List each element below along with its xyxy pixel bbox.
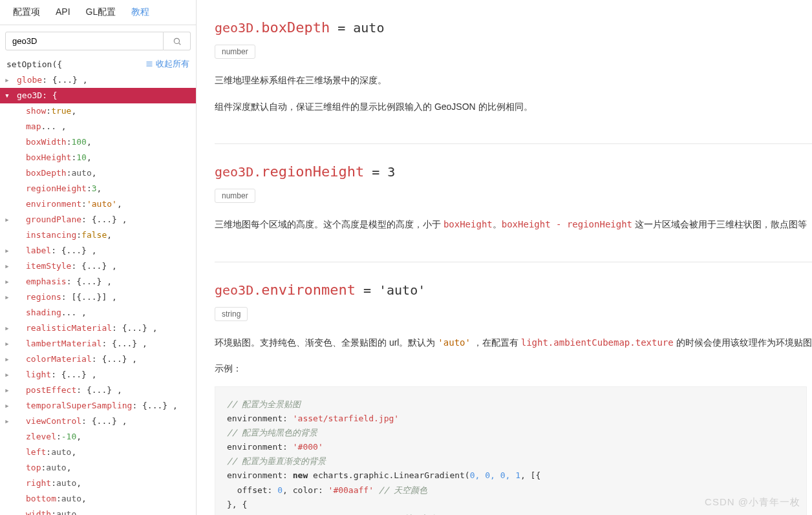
- chevron-icon: ▸: [3, 398, 12, 414]
- type-badge: number: [215, 45, 255, 59]
- tree-item-right[interactable]: right: auto ,: [0, 476, 196, 491]
- tree-item-light[interactable]: ▸light: {...} ,: [0, 367, 196, 383]
- tab-options[interactable]: 配置项: [5, 0, 48, 25]
- path-link[interactable]: geo3D.: [215, 282, 261, 298]
- path-link[interactable]: geo3D.: [215, 20, 261, 36]
- tree-item-viewControl[interactable]: ▸viewControl: {...} ,: [0, 414, 196, 429]
- tree-item-bottom[interactable]: bottom: auto ,: [0, 491, 196, 507]
- svg-point-0: [174, 38, 179, 43]
- chevron-icon: ▸: [3, 243, 12, 258]
- code-span: boxHeight: [443, 219, 493, 229]
- chevron-icon: ▸: [3, 367, 12, 383]
- path-link[interactable]: geo3D.: [215, 164, 261, 180]
- chevron-icon: ▸: [3, 414, 12, 429]
- tree-item-postEffect[interactable]: ▸postEffect: {...} ,: [0, 383, 196, 398]
- option-tree[interactable]: ▸globe: {...} ,▾geo3D: {show: true ,map …: [0, 72, 196, 515]
- tree-item-lambertMaterial[interactable]: ▸lambertMaterial: {...} ,: [0, 336, 196, 352]
- tab-tutorial[interactable]: 教程: [123, 0, 157, 25]
- equals: =: [363, 282, 371, 298]
- tree-item-groundPlane[interactable]: ▸groundPlane: {...} ,: [0, 212, 196, 227]
- chevron-icon: ▸: [3, 352, 12, 367]
- example-label: 示例：: [215, 360, 812, 377]
- tab-api[interactable]: API: [48, 0, 78, 25]
- prop-name: regionHeight: [261, 163, 364, 180]
- code-span: 'auto': [438, 337, 471, 348]
- tree-item-width[interactable]: width: auto ,: [0, 507, 196, 515]
- collapse-all-button[interactable]: 收起所有: [145, 58, 189, 70]
- equals: =: [337, 20, 345, 36]
- prop-name: environment: [261, 282, 356, 298]
- t: 环境贴图。支持纯色、渐变色、全景贴图的 url。默认为: [215, 337, 438, 348]
- setoption-label: setOption({: [6, 59, 62, 69]
- tree-item-boxDepth[interactable]: boxDepth: auto ,: [0, 165, 196, 181]
- chevron-icon: ▸: [3, 336, 12, 352]
- code-span: boxHeight - regionHeight: [502, 219, 632, 229]
- search-input[interactable]: [5, 32, 164, 50]
- equals: =: [372, 164, 379, 180]
- type-badge: number: [215, 189, 255, 203]
- search-button[interactable]: [164, 32, 191, 50]
- t: 这一片区域会被用于三维柱状图，散点图等: [632, 219, 807, 229]
- tree-item-realisticMaterial[interactable]: ▸realisticMaterial: {...} ,: [0, 321, 196, 336]
- chevron-icon: ▸: [3, 212, 12, 227]
- tab-bar: 配置项 API GL配置 教程: [0, 0, 196, 25]
- sidebar: 配置项 API GL配置 教程 setOption({ 收起所有 ▸globe:…: [0, 0, 197, 515]
- tree-item-regions[interactable]: ▸regions: [{...}] ,: [0, 289, 196, 305]
- tree-item-regionHeight[interactable]: regionHeight: 3 ,: [0, 181, 196, 196]
- type-badge: string: [215, 307, 248, 321]
- tree-item-boxWidth[interactable]: boxWidth: 100 ,: [0, 134, 196, 150]
- t: 。: [493, 219, 502, 229]
- chevron-icon: ▸: [3, 72, 12, 88]
- chevron-icon: ▸: [3, 274, 12, 289]
- chevron-icon: ▸: [3, 383, 12, 398]
- sig-environment: geo3D.environment='auto': [215, 282, 812, 298]
- section-boxdepth: geo3D.boxDepth=auto number 三维地理坐标系组件在三维场…: [215, 0, 812, 143]
- tree-item-shading[interactable]: shading ... ,: [0, 305, 196, 321]
- t: ，在配置有: [471, 337, 521, 348]
- section-regionheight: geo3D.regionHeight=3 number 三维地图每个区域的高度。…: [215, 143, 812, 262]
- tree-item-itemStyle[interactable]: ▸itemStyle: {...} ,: [0, 258, 196, 274]
- svg-line-1: [178, 43, 180, 45]
- tree-item-boxHeight[interactable]: boxHeight: 10 ,: [0, 150, 196, 165]
- prop-name: boxDepth: [261, 19, 330, 36]
- tree-item-label[interactable]: ▸label: {...} ,: [0, 243, 196, 258]
- default-value: 3: [387, 164, 395, 180]
- sidebar-header: setOption({ 收起所有: [0, 54, 196, 72]
- chevron-icon: ▸: [3, 321, 12, 336]
- chevron-icon: ▾: [3, 88, 12, 103]
- tab-gl[interactable]: GL配置: [78, 0, 124, 25]
- search-icon: [173, 37, 182, 46]
- default-value: auto: [353, 20, 384, 36]
- app-root: 配置项 API GL配置 教程 setOption({ 收起所有 ▸globe:…: [0, 0, 812, 515]
- search-row: [5, 32, 191, 50]
- chevron-icon: ▸: [3, 258, 12, 274]
- t: 三维地图每个区域的高度。这个高度是模型的高度，小于: [215, 219, 443, 229]
- t: 的时候会使用该纹理作为环境贴图: [674, 337, 812, 348]
- tree-item-temporalSuperSampling[interactable]: ▸temporalSuperSampling: {...} ,: [0, 398, 196, 414]
- code-block: // 配置为全景贴图 environment: 'asset/starfield…: [215, 386, 807, 515]
- tree-item-show[interactable]: show: true ,: [0, 103, 196, 119]
- sig-regionheight: geo3D.regionHeight=3: [215, 163, 812, 180]
- tree-item-colorMaterial[interactable]: ▸colorMaterial: {...} ,: [0, 352, 196, 367]
- main-content[interactable]: geo3D.boxDepth=auto number 三维地理坐标系组件在三维场…: [197, 0, 812, 515]
- desc-text: 组件深度默认自动，保证三维组件的显示比例跟输入的 GeoJSON 的比例相同。: [215, 98, 812, 116]
- tree-item-geo3D[interactable]: ▾geo3D: {: [0, 88, 196, 103]
- code-span: light.ambientCubemap.texture: [521, 337, 674, 348]
- tree-item-left[interactable]: left: auto ,: [0, 445, 196, 460]
- sig-boxdepth: geo3D.boxDepth=auto: [215, 19, 812, 36]
- tree-item-zlevel[interactable]: zlevel: -10 ,: [0, 429, 196, 445]
- chevron-icon: ▸: [3, 289, 12, 305]
- tree-item-emphasis[interactable]: ▸emphasis: {...} ,: [0, 274, 196, 289]
- desc-text: 环境贴图。支持纯色、渐变色、全景贴图的 url。默认为 'auto' ，在配置有…: [215, 334, 812, 352]
- collapse-icon: [145, 60, 153, 68]
- tree-item-map[interactable]: map ... ,: [0, 119, 196, 134]
- tree-item-environment[interactable]: environment: 'auto' ,: [0, 196, 196, 212]
- tree-item-instancing[interactable]: instancing: false ,: [0, 227, 196, 243]
- default-value: 'auto': [379, 282, 425, 298]
- tree-item-globe[interactable]: ▸globe: {...} ,: [0, 72, 196, 88]
- section-environment: geo3D.environment='auto' string 环境贴图。支持纯…: [215, 262, 812, 515]
- collapse-all-label: 收起所有: [156, 58, 189, 70]
- desc-text: 三维地理坐标系组件在三维场景中的深度。: [215, 72, 812, 89]
- tree-item-top[interactable]: top: auto ,: [0, 460, 196, 476]
- desc-text: 三维地图每个区域的高度。这个高度是模型的高度，小于 boxHeight。boxH…: [215, 216, 812, 233]
